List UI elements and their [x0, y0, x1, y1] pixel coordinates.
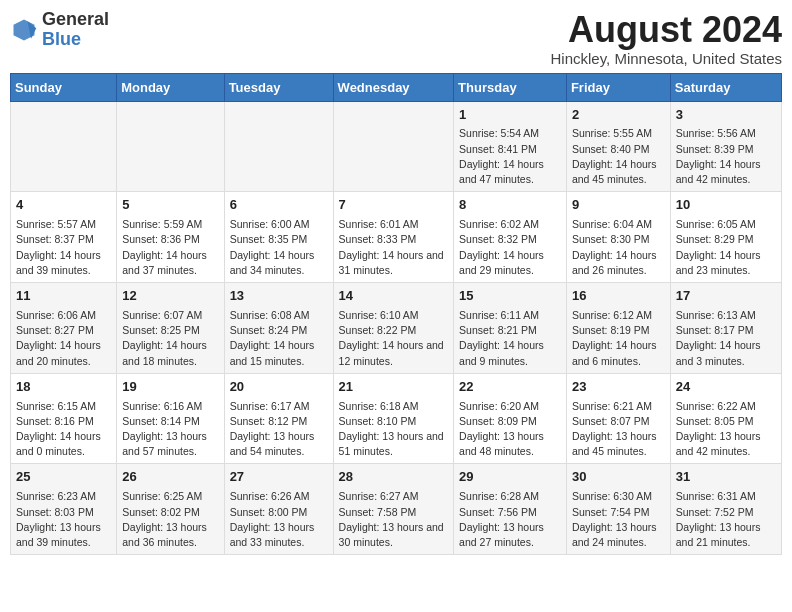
sunset-text: Sunset: 8:24 PM: [230, 323, 328, 338]
sunrise-text: Sunrise: 6:21 AM: [572, 399, 665, 414]
day-number: 29: [459, 468, 561, 487]
daylight-text: Daylight: 14 hours and 9 minutes.: [459, 338, 561, 368]
sunset-text: Sunset: 8:40 PM: [572, 142, 665, 157]
sunrise-text: Sunrise: 6:04 AM: [572, 217, 665, 232]
sunset-text: Sunset: 8:32 PM: [459, 232, 561, 247]
logo-general-text: General: [42, 9, 109, 29]
day-number: 17: [676, 287, 776, 306]
calendar-day-cell: [11, 101, 117, 192]
daylight-text: Daylight: 14 hours and 3 minutes.: [676, 338, 776, 368]
title-block: August 2024 Hinckley, Minnesota, United …: [551, 10, 783, 67]
calendar-day-cell: 8 Sunrise: 6:02 AM Sunset: 8:32 PM Dayli…: [454, 192, 567, 283]
sunset-text: Sunset: 8:14 PM: [122, 414, 218, 429]
location: Hinckley, Minnesota, United States: [551, 50, 783, 67]
calendar-day-cell: 26 Sunrise: 6:25 AM Sunset: 8:02 PM Dayl…: [117, 464, 224, 555]
day-number: 14: [339, 287, 449, 306]
sunset-text: Sunset: 8:29 PM: [676, 232, 776, 247]
daylight-text: Daylight: 14 hours and 20 minutes.: [16, 338, 111, 368]
sunrise-text: Sunrise: 6:31 AM: [676, 489, 776, 504]
calendar-day-cell: 23 Sunrise: 6:21 AM Sunset: 8:07 PM Dayl…: [566, 373, 670, 464]
calendar-day-cell: 16 Sunrise: 6:12 AM Sunset: 8:19 PM Dayl…: [566, 283, 670, 374]
daylight-text: Daylight: 13 hours and 39 minutes.: [16, 520, 111, 550]
sunset-text: Sunset: 8:25 PM: [122, 323, 218, 338]
calendar-day-cell: 7 Sunrise: 6:01 AM Sunset: 8:33 PM Dayli…: [333, 192, 454, 283]
calendar-day-cell: 22 Sunrise: 6:20 AM Sunset: 8:09 PM Dayl…: [454, 373, 567, 464]
calendar-week-row: 25 Sunrise: 6:23 AM Sunset: 8:03 PM Dayl…: [11, 464, 782, 555]
daylight-text: Daylight: 14 hours and 12 minutes.: [339, 338, 449, 368]
calendar-day-cell: [117, 101, 224, 192]
day-number: 19: [122, 378, 218, 397]
calendar-day-cell: 14 Sunrise: 6:10 AM Sunset: 8:22 PM Dayl…: [333, 283, 454, 374]
sunrise-text: Sunrise: 6:02 AM: [459, 217, 561, 232]
sunset-text: Sunset: 8:00 PM: [230, 505, 328, 520]
daylight-text: Daylight: 13 hours and 33 minutes.: [230, 520, 328, 550]
sunset-text: Sunset: 8:19 PM: [572, 323, 665, 338]
sunrise-text: Sunrise: 6:25 AM: [122, 489, 218, 504]
calendar-day-cell: 29 Sunrise: 6:28 AM Sunset: 7:56 PM Dayl…: [454, 464, 567, 555]
day-number: 3: [676, 106, 776, 125]
day-number: 25: [16, 468, 111, 487]
sunrise-text: Sunrise: 6:18 AM: [339, 399, 449, 414]
sunrise-text: Sunrise: 6:15 AM: [16, 399, 111, 414]
sunrise-text: Sunrise: 6:20 AM: [459, 399, 561, 414]
daylight-text: Daylight: 14 hours and 42 minutes.: [676, 157, 776, 187]
sunset-text: Sunset: 8:41 PM: [459, 142, 561, 157]
calendar-day-cell: 3 Sunrise: 5:56 AM Sunset: 8:39 PM Dayli…: [670, 101, 781, 192]
daylight-text: Daylight: 14 hours and 6 minutes.: [572, 338, 665, 368]
daylight-text: Daylight: 13 hours and 21 minutes.: [676, 520, 776, 550]
day-number: 2: [572, 106, 665, 125]
daylight-text: Daylight: 14 hours and 18 minutes.: [122, 338, 218, 368]
sunrise-text: Sunrise: 6:05 AM: [676, 217, 776, 232]
sunrise-text: Sunrise: 6:28 AM: [459, 489, 561, 504]
calendar-day-cell: 21 Sunrise: 6:18 AM Sunset: 8:10 PM Dayl…: [333, 373, 454, 464]
sunset-text: Sunset: 8:36 PM: [122, 232, 218, 247]
daylight-text: Daylight: 14 hours and 29 minutes.: [459, 248, 561, 278]
daylight-text: Daylight: 14 hours and 47 minutes.: [459, 157, 561, 187]
sunrise-text: Sunrise: 5:56 AM: [676, 126, 776, 141]
calendar-day-cell: 6 Sunrise: 6:00 AM Sunset: 8:35 PM Dayli…: [224, 192, 333, 283]
day-number: 5: [122, 196, 218, 215]
day-number: 11: [16, 287, 111, 306]
sunrise-text: Sunrise: 6:22 AM: [676, 399, 776, 414]
day-of-week-header: Friday: [566, 73, 670, 101]
daylight-text: Daylight: 13 hours and 30 minutes.: [339, 520, 449, 550]
daylight-text: Daylight: 14 hours and 37 minutes.: [122, 248, 218, 278]
sunset-text: Sunset: 8:27 PM: [16, 323, 111, 338]
logo-icon: [10, 16, 38, 44]
page-header: General Blue August 2024 Hinckley, Minne…: [10, 10, 782, 67]
sunrise-text: Sunrise: 6:13 AM: [676, 308, 776, 323]
calendar-week-row: 1 Sunrise: 5:54 AM Sunset: 8:41 PM Dayli…: [11, 101, 782, 192]
calendar-day-cell: 9 Sunrise: 6:04 AM Sunset: 8:30 PM Dayli…: [566, 192, 670, 283]
sunrise-text: Sunrise: 6:08 AM: [230, 308, 328, 323]
day-number: 13: [230, 287, 328, 306]
day-number: 27: [230, 468, 328, 487]
sunset-text: Sunset: 8:22 PM: [339, 323, 449, 338]
daylight-text: Daylight: 13 hours and 27 minutes.: [459, 520, 561, 550]
calendar-week-row: 4 Sunrise: 5:57 AM Sunset: 8:37 PM Dayli…: [11, 192, 782, 283]
calendar-day-cell: 10 Sunrise: 6:05 AM Sunset: 8:29 PM Dayl…: [670, 192, 781, 283]
sunrise-text: Sunrise: 6:17 AM: [230, 399, 328, 414]
calendar-day-cell: 20 Sunrise: 6:17 AM Sunset: 8:12 PM Dayl…: [224, 373, 333, 464]
calendar-day-cell: [224, 101, 333, 192]
calendar-day-cell: 12 Sunrise: 6:07 AM Sunset: 8:25 PM Dayl…: [117, 283, 224, 374]
calendar-day-cell: 24 Sunrise: 6:22 AM Sunset: 8:05 PM Dayl…: [670, 373, 781, 464]
daylight-text: Daylight: 13 hours and 42 minutes.: [676, 429, 776, 459]
day-number: 30: [572, 468, 665, 487]
calendar-day-cell: 27 Sunrise: 6:26 AM Sunset: 8:00 PM Dayl…: [224, 464, 333, 555]
daylight-text: Daylight: 13 hours and 45 minutes.: [572, 429, 665, 459]
sunset-text: Sunset: 7:54 PM: [572, 505, 665, 520]
sunrise-text: Sunrise: 6:16 AM: [122, 399, 218, 414]
sunrise-text: Sunrise: 5:59 AM: [122, 217, 218, 232]
sunrise-text: Sunrise: 6:01 AM: [339, 217, 449, 232]
calendar-day-cell: 31 Sunrise: 6:31 AM Sunset: 7:52 PM Dayl…: [670, 464, 781, 555]
sunrise-text: Sunrise: 5:55 AM: [572, 126, 665, 141]
daylight-text: Daylight: 14 hours and 31 minutes.: [339, 248, 449, 278]
calendar-week-row: 11 Sunrise: 6:06 AM Sunset: 8:27 PM Dayl…: [11, 283, 782, 374]
day-number: 15: [459, 287, 561, 306]
calendar-table: SundayMondayTuesdayWednesdayThursdayFrid…: [10, 73, 782, 556]
day-number: 23: [572, 378, 665, 397]
day-number: 20: [230, 378, 328, 397]
calendar-day-cell: 4 Sunrise: 5:57 AM Sunset: 8:37 PM Dayli…: [11, 192, 117, 283]
calendar-day-cell: 1 Sunrise: 5:54 AM Sunset: 8:41 PM Dayli…: [454, 101, 567, 192]
calendar-day-cell: 11 Sunrise: 6:06 AM Sunset: 8:27 PM Dayl…: [11, 283, 117, 374]
